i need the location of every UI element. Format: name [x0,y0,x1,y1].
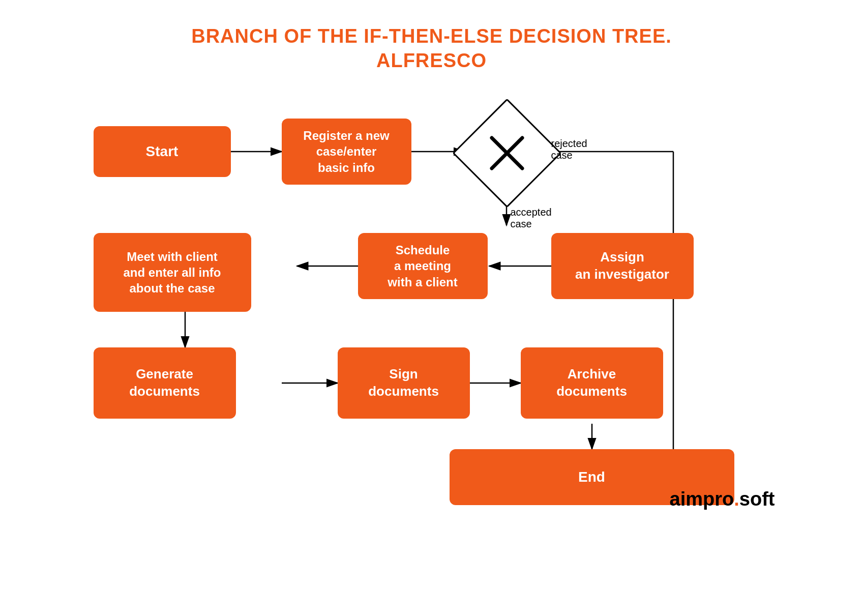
generate-box: Generate documents [94,347,236,419]
assign-box: Assign an investigator [551,233,694,299]
start-box: Start [94,126,231,177]
sign-box: Sign documents [338,347,470,419]
logo-part1: aimpro [670,488,734,510]
rejected-label: rejected case [551,126,587,161]
diagram-area: Start Register a new case/enter basic in… [63,93,800,525]
accepted-label: accepted case [511,195,552,230]
meet-box: Meet with client and enter all info abou… [94,233,251,312]
register-box: Register a new case/enter basic info [282,119,411,185]
logo: aimpro.soft [670,488,775,510]
schedule-box: Schedule a meeting with a client [358,233,488,299]
logo-part2: soft [739,488,775,510]
page-title: BRANCH OF THE IF-THEN-ELSE DECISION TREE… [191,24,672,73]
logo-dot: . [734,488,739,510]
archive-box: Archive documents [521,347,663,419]
title-line2: ALFRESCO [191,49,672,73]
title-line1: BRANCH OF THE IF-THEN-ELSE DECISION TREE… [191,24,672,49]
decision-diamond [466,112,548,194]
